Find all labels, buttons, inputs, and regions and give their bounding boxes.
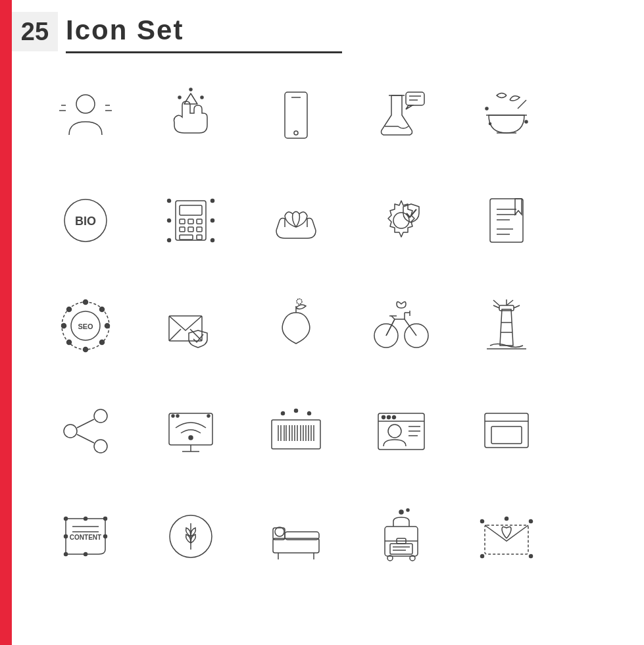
- icon-gear-shield: [349, 168, 454, 273]
- icon-smartphone: [243, 63, 349, 168]
- svg-point-115: [382, 416, 385, 419]
- svg-point-84: [64, 425, 77, 438]
- svg-rect-31: [188, 227, 193, 232]
- svg-rect-25: [176, 201, 206, 240]
- number-badge: 25: [12, 12, 58, 51]
- svg-point-118: [388, 425, 401, 438]
- svg-rect-30: [180, 227, 185, 232]
- svg-point-85: [94, 440, 107, 453]
- svg-line-78: [493, 300, 499, 305]
- svg-rect-34: [197, 235, 202, 240]
- icon-calculator-dots: [138, 168, 243, 273]
- icon-share-nodes: [33, 378, 138, 484]
- svg-text:BIO: BIO: [75, 215, 96, 228]
- svg-point-57: [100, 340, 105, 345]
- icons-grid: BIO: [33, 63, 559, 589]
- icon-leaf-circle: [138, 484, 243, 589]
- icon-lab-chat: [349, 63, 454, 168]
- title-area: Icon Set: [66, 14, 342, 53]
- icon-love-mail: [454, 484, 559, 589]
- red-bar: [0, 0, 12, 645]
- svg-point-125: [64, 517, 68, 521]
- svg-line-86: [77, 419, 94, 428]
- svg-point-55: [62, 324, 66, 328]
- svg-point-7: [178, 96, 181, 99]
- icon-profile-browser: [349, 378, 454, 484]
- svg-point-93: [176, 415, 179, 417]
- svg-line-79: [493, 305, 499, 308]
- svg-point-6: [189, 88, 192, 91]
- icon-mail-shield: [138, 273, 243, 378]
- svg-text:SEO: SEO: [78, 322, 93, 330]
- svg-marker-16: [406, 105, 412, 109]
- icon-window-browser: [454, 378, 559, 484]
- svg-point-152: [407, 509, 409, 511]
- icon-content-tag: CONTENT: [33, 484, 138, 589]
- svg-point-129: [104, 535, 107, 538]
- svg-point-37: [211, 199, 214, 203]
- svg-point-39: [168, 219, 171, 222]
- svg-rect-124: [491, 426, 522, 444]
- svg-point-0: [76, 95, 95, 113]
- svg-rect-33: [180, 235, 193, 240]
- svg-point-52: [84, 300, 88, 305]
- svg-line-87: [77, 434, 94, 443]
- svg-point-110: [282, 412, 285, 415]
- svg-point-20: [485, 107, 488, 110]
- svg-point-94: [207, 415, 210, 417]
- svg-marker-46: [515, 199, 522, 215]
- svg-point-40: [211, 219, 214, 222]
- icon-hand-triangle: [138, 63, 243, 168]
- svg-point-157: [530, 555, 533, 558]
- svg-rect-148: [390, 544, 412, 554]
- icon-wifi-screen: [138, 378, 243, 484]
- svg-point-35: [168, 199, 171, 203]
- svg-marker-73: [500, 309, 513, 346]
- svg-text:CONTENT: CONTENT: [70, 534, 101, 541]
- svg-point-91: [189, 436, 193, 440]
- page: 25 Icon Set: [0, 0, 644, 645]
- svg-point-58: [67, 307, 72, 312]
- svg-point-156: [481, 555, 484, 558]
- svg-rect-42: [490, 199, 523, 242]
- icon-lighthouse: [454, 273, 559, 378]
- svg-rect-27: [180, 219, 185, 224]
- svg-point-59: [67, 340, 72, 345]
- svg-point-54: [84, 348, 88, 352]
- svg-point-111: [295, 409, 298, 413]
- svg-point-130: [64, 553, 68, 556]
- svg-line-67: [386, 319, 395, 336]
- svg-point-21: [525, 120, 528, 123]
- svg-point-155: [530, 520, 533, 523]
- icon-eco-bike: [349, 273, 454, 378]
- icon-bomb-fruit: [243, 273, 349, 378]
- svg-point-8: [201, 96, 203, 99]
- svg-point-140: [275, 527, 284, 536]
- svg-rect-28: [188, 219, 193, 224]
- icon-bed-sleep: [243, 484, 349, 589]
- svg-point-38: [211, 239, 214, 242]
- svg-point-36: [168, 239, 171, 242]
- svg-point-127: [104, 517, 107, 521]
- svg-point-128: [64, 535, 68, 538]
- svg-rect-95: [272, 420, 320, 449]
- number-text: 25: [21, 18, 49, 46]
- svg-point-92: [172, 415, 174, 417]
- svg-point-126: [84, 517, 87, 521]
- svg-point-158: [505, 517, 508, 521]
- svg-rect-13: [406, 92, 424, 105]
- svg-point-64: [297, 299, 302, 304]
- svg-point-56: [100, 307, 105, 312]
- svg-rect-29: [197, 219, 202, 224]
- svg-rect-137: [273, 538, 319, 553]
- svg-point-53: [105, 324, 110, 328]
- svg-point-116: [387, 416, 391, 419]
- svg-point-22: [489, 123, 491, 125]
- icon-mortar-leaves: [454, 63, 559, 168]
- icon-person-lines: [33, 63, 138, 168]
- icon-hands-flower: [243, 168, 349, 273]
- icon-book-bookmark: [454, 168, 559, 273]
- svg-point-11: [294, 131, 298, 135]
- icon-bio-circle: BIO: [33, 168, 138, 273]
- page-title: Icon Set: [66, 14, 342, 46]
